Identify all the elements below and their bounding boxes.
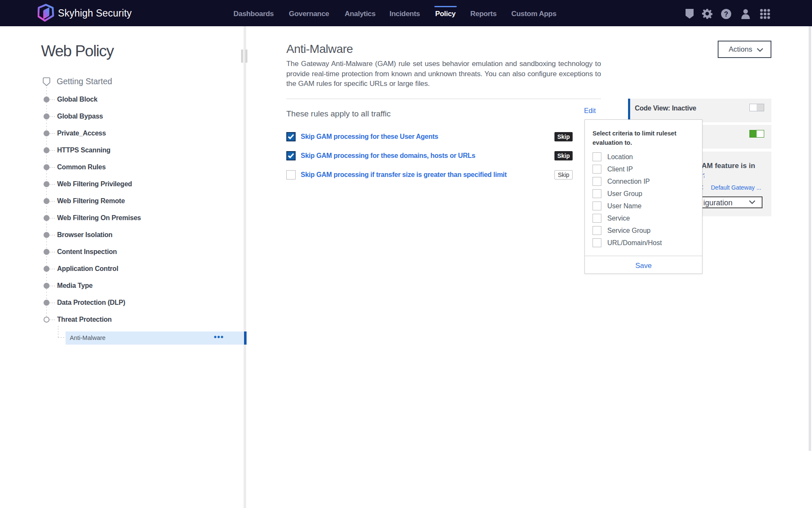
svg-text:?: ?: [724, 11, 728, 18]
